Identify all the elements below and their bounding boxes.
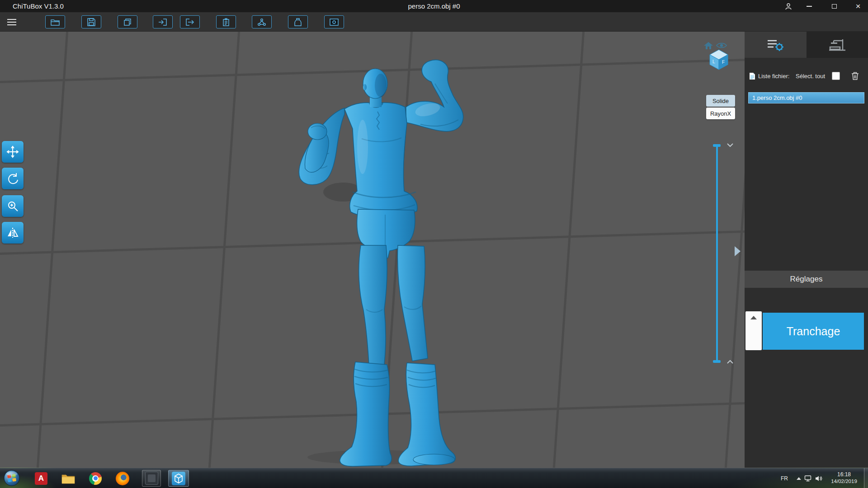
select-all-label: Sélect. tout	[796, 73, 825, 80]
trash-icon[interactable]	[851, 72, 859, 80]
taskbar-item-acrobat[interactable]: A	[33, 470, 50, 487]
layer-slider-track[interactable]	[716, 145, 718, 361]
orientation-cube-icon[interactable]: L F	[709, 49, 729, 70]
taskbar-item-chrome[interactable]	[87, 470, 104, 487]
open-file-button[interactable]	[45, 15, 65, 28]
screenshot-button[interactable]	[324, 15, 344, 28]
copy-button[interactable]	[118, 15, 137, 28]
minimize-icon	[807, 6, 812, 7]
model-left-boot	[340, 362, 392, 466]
select-all-checkbox[interactable]	[832, 72, 840, 80]
model-right-leg	[397, 245, 428, 361]
move-tool-button[interactable]	[2, 141, 24, 163]
slice-button[interactable]: Tranchage	[763, 313, 864, 350]
viewport-3d[interactable]: L F Solide RayonX	[0, 32, 745, 468]
rotate-tool-button[interactable]	[2, 168, 24, 189]
eye-view-icon[interactable]	[716, 42, 727, 49]
printer-icon	[828, 38, 846, 52]
arrow-import-icon	[158, 18, 167, 26]
arrow-export-icon	[185, 18, 194, 26]
floppy-icon	[87, 18, 95, 26]
list-gear-icon	[767, 38, 784, 51]
move-icon	[6, 145, 19, 158]
user-icon	[785, 3, 792, 10]
clock-time: 16:18	[827, 471, 861, 478]
model-figure[interactable]	[285, 56, 470, 468]
clock-date: 14/02/2019	[827, 478, 861, 485]
mirror-tool-button[interactable]	[2, 222, 24, 244]
taskbar-item-firefox[interactable]	[114, 470, 131, 487]
taskbar-item-chitubox[interactable]	[168, 470, 189, 487]
language-indicator[interactable]: FR	[781, 468, 788, 488]
import-button[interactable]	[153, 15, 173, 28]
taskbar-item-explorer[interactable]	[60, 470, 77, 487]
file-list-label: Liste fichier:	[758, 73, 789, 80]
tab-file-settings[interactable]	[745, 32, 807, 58]
folder-open-icon	[51, 18, 60, 26]
hidden-icons-chevron[interactable]	[797, 477, 801, 480]
network-icon[interactable]	[804, 475, 811, 482]
document-title: perso 2cm.obj #0	[0, 0, 868, 12]
tab-printer[interactable]	[807, 32, 868, 58]
screen-icon	[330, 19, 339, 26]
file-list-header: Liste fichier: Sélect. tout	[745, 70, 868, 82]
resin-button[interactable]	[288, 15, 308, 28]
maximize-button[interactable]	[824, 0, 844, 12]
windows-logo-icon	[4, 470, 20, 486]
user-account-button[interactable]	[778, 0, 798, 12]
start-button[interactable]	[4, 470, 20, 486]
stepper-up-icon[interactable]	[750, 316, 757, 319]
taskbar: A	[0, 468, 868, 488]
resin-bottle-icon	[294, 18, 302, 26]
taskbar-clock[interactable]: 16:18 14/02/2019	[827, 471, 861, 485]
menu-button[interactable]	[7, 16, 23, 28]
mirror-icon	[6, 226, 19, 239]
chitubox-icon	[172, 472, 185, 485]
render-mode-rayonx[interactable]: RayonX	[706, 108, 735, 119]
svg-text:F: F	[722, 60, 725, 65]
maximize-icon	[832, 4, 837, 9]
slider-bottom-handle[interactable]	[713, 360, 721, 363]
slice-stepper[interactable]	[745, 311, 762, 350]
view-cube-widget[interactable]: L F	[703, 42, 735, 70]
scale-tool-button[interactable]	[2, 195, 24, 217]
chevron-down-icon[interactable]	[726, 142, 734, 148]
titlebar: ChiTuBox V1.3.0 perso 2cm.obj #0 ×	[0, 0, 868, 12]
rotate-icon	[6, 172, 19, 185]
supports-icon	[257, 18, 266, 26]
save-button[interactable]	[81, 15, 101, 28]
close-button[interactable]: ×	[848, 0, 868, 12]
screen: ChiTuBox V1.3.0 perso 2cm.obj #0 ×	[0, 0, 868, 488]
clipboard-button[interactable]	[216, 15, 236, 28]
export-button[interactable]	[180, 15, 200, 28]
file-list-icon	[749, 72, 755, 80]
clipboard-icon	[222, 18, 230, 26]
minimize-button[interactable]	[799, 0, 819, 12]
model-raised-arm	[406, 60, 463, 131]
model-right-boot	[398, 363, 455, 466]
render-mode-solide[interactable]: Solide	[706, 95, 735, 107]
hamburger-icon	[7, 19, 16, 20]
volume-icon[interactable]	[815, 475, 823, 482]
file-list-item[interactable]: 1.perso 2cm.obj #0	[748, 92, 864, 103]
taskbar-item-app[interactable]	[142, 470, 161, 487]
model-left-leg	[359, 245, 387, 365]
svg-text:L: L	[712, 59, 715, 64]
scale-icon	[6, 200, 19, 212]
firefox-icon	[116, 472, 129, 485]
chrome-icon	[89, 472, 102, 485]
main-toolbar	[0, 12, 868, 32]
settings-button[interactable]: Réglages	[745, 271, 868, 288]
supports-button[interactable]	[252, 15, 272, 28]
show-desktop-button[interactable]	[864, 468, 868, 488]
folder-icon	[61, 473, 75, 484]
app-icon	[145, 472, 158, 485]
right-panel-tabs	[745, 32, 868, 58]
model-torso	[344, 103, 417, 216]
panel-expand-arrow[interactable]	[735, 246, 741, 256]
acrobat-icon: A	[35, 472, 47, 485]
right-panel: Liste fichier: Sélect. tout 1.perso 2cm.…	[745, 32, 868, 468]
close-icon: ×	[855, 2, 860, 10]
chevron-up-icon[interactable]	[726, 359, 734, 365]
box-icon	[123, 18, 132, 26]
